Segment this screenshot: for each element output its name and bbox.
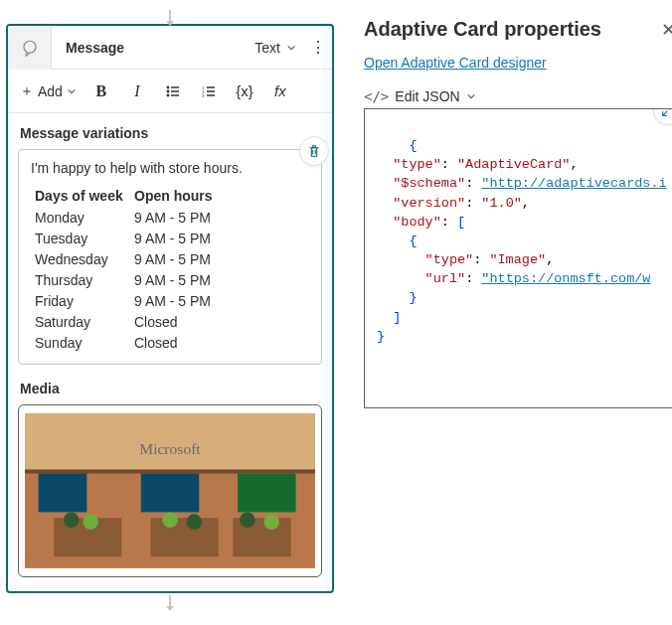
variation-editor[interactable]: I'm happy to help with store hours. Days… xyxy=(18,149,322,365)
bulleted-list-button[interactable] xyxy=(156,76,190,107)
delete-variation-button[interactable] xyxy=(299,136,329,166)
svg-rect-18 xyxy=(141,473,199,512)
trash-icon xyxy=(306,143,322,159)
svg-point-23 xyxy=(64,512,80,528)
node-title: Message xyxy=(52,40,247,56)
svg-point-26 xyxy=(187,514,203,530)
insert-expression-button[interactable]: fx xyxy=(263,76,297,107)
authoring-canvas: Message Text ⋮ ＋ Add B I 123 {x} fx xyxy=(0,0,340,625)
open-designer-link[interactable]: Open Adaptive Card designer xyxy=(364,55,547,71)
chevron-down-icon xyxy=(67,86,77,96)
table-row: Tuesday9 AM - 5 PM xyxy=(35,229,309,249)
edit-json-toggle[interactable]: </> Edit JSON xyxy=(364,88,672,104)
media-heading: Media xyxy=(20,381,320,396)
svg-point-0 xyxy=(24,41,36,53)
numbered-list-button[interactable]: 123 xyxy=(192,76,226,107)
svg-point-28 xyxy=(263,514,279,530)
output-type-selector[interactable]: Text xyxy=(247,40,304,56)
node-header: Message Text ⋮ xyxy=(8,26,332,70)
svg-point-27 xyxy=(240,512,255,528)
json-editor[interactable]: { "type": "AdaptiveCard", "$schema": "ht… xyxy=(364,108,672,408)
bold-button[interactable]: B xyxy=(84,76,118,107)
message-icon xyxy=(8,26,52,70)
italic-button[interactable]: I xyxy=(120,76,154,107)
node-body: Message variations I'm happy to help wit… xyxy=(8,113,332,591)
hours-table: Days of week Open hours Monday9 AM - 5 P… xyxy=(35,188,309,354)
store-image: Microsoft xyxy=(25,411,315,570)
variation-intro: I'm happy to help with store hours. xyxy=(31,160,309,176)
formatting-toolbar: ＋ Add B I 123 {x} fx xyxy=(8,70,332,113)
svg-point-25 xyxy=(162,512,178,528)
svg-text:Microsoft: Microsoft xyxy=(139,440,201,457)
flow-connector-top xyxy=(169,10,171,22)
properties-panel: Adaptive Card properties ✕ Open Adaptive… xyxy=(340,0,672,625)
media-attachment[interactable]: Microsoft xyxy=(18,404,322,577)
close-panel-button[interactable]: ✕ xyxy=(661,19,672,41)
svg-rect-17 xyxy=(39,473,87,512)
svg-rect-19 xyxy=(238,473,295,512)
table-row: SaturdayClosed xyxy=(35,312,309,333)
svg-point-3 xyxy=(167,90,169,92)
svg-rect-21 xyxy=(151,518,219,556)
more-menu-button[interactable]: ⋮ xyxy=(304,38,332,57)
panel-title: Adaptive Card properties xyxy=(364,18,601,41)
table-row: Thursday9 AM - 5 PM xyxy=(35,270,309,291)
svg-rect-15 xyxy=(25,470,315,474)
col-day-header: Days of week xyxy=(35,188,134,204)
edit-json-label: Edit JSON xyxy=(395,88,459,104)
svg-point-1 xyxy=(167,86,169,88)
svg-point-24 xyxy=(83,514,98,530)
insert-variable-button[interactable]: {x} xyxy=(228,76,261,107)
table-row: Monday9 AM - 5 PM xyxy=(35,208,309,229)
add-button[interactable]: ＋ Add xyxy=(14,78,83,104)
add-label: Add xyxy=(38,83,63,99)
svg-text:3: 3 xyxy=(202,93,205,98)
chevron-down-icon xyxy=(286,43,296,53)
plus-icon: ＋ xyxy=(20,82,34,100)
svg-point-5 xyxy=(167,94,169,96)
table-row: Wednesday9 AM - 5 PM xyxy=(35,249,309,270)
json-icon: </> xyxy=(364,88,389,104)
table-row: SundayClosed xyxy=(35,333,309,354)
output-type-label: Text xyxy=(254,40,280,56)
expand-icon xyxy=(660,108,672,118)
table-row: Friday9 AM - 5 PM xyxy=(35,291,309,312)
table-header: Days of week Open hours xyxy=(35,188,309,204)
chevron-down-icon xyxy=(466,91,476,101)
variations-heading: Message variations xyxy=(20,125,320,141)
col-hours-header: Open hours xyxy=(134,188,253,204)
flow-connector-bottom xyxy=(169,595,171,607)
expand-editor-button[interactable] xyxy=(653,108,672,125)
message-node[interactable]: Message Text ⋮ ＋ Add B I 123 {x} fx xyxy=(6,24,334,593)
